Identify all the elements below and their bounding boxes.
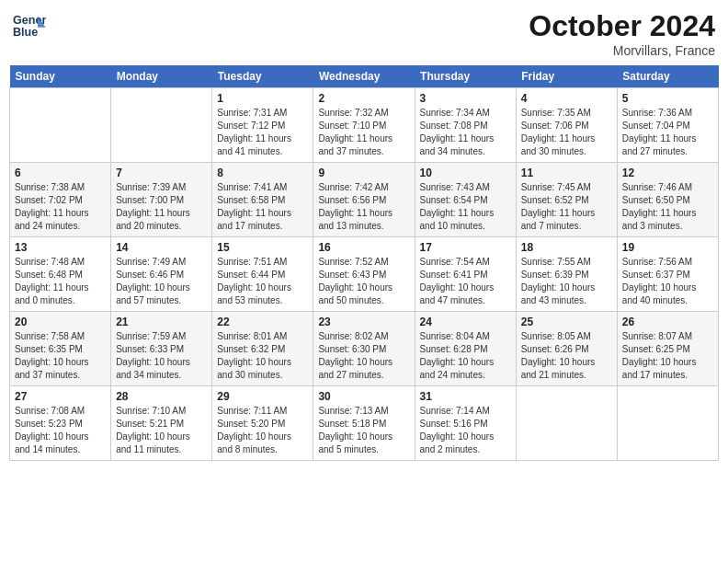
day-info: Sunrise: 7:36 AMSunset: 7:04 PMDaylight:… xyxy=(622,107,713,158)
calendar-cell xyxy=(111,88,212,163)
day-number: 12 xyxy=(622,167,713,179)
logo-icon: General Blue xyxy=(13,9,46,42)
page-header: General Blue October 2024 Morvillars, Fr… xyxy=(9,9,719,58)
day-number: 14 xyxy=(116,241,207,254)
calendar-cell: 16Sunrise: 7:52 AMSunset: 6:43 PMDayligh… xyxy=(313,237,415,312)
calendar-body: 1Sunrise: 7:31 AMSunset: 7:12 PMDaylight… xyxy=(10,88,719,461)
day-number: 29 xyxy=(217,390,308,403)
calendar-header: SundayMondayTuesdayWednesdayThursdayFrid… xyxy=(10,65,719,88)
day-number: 8 xyxy=(217,167,308,179)
calendar-cell: 19Sunrise: 7:56 AMSunset: 6:37 PMDayligh… xyxy=(617,237,718,312)
calendar-week-4: 20Sunrise: 7:58 AMSunset: 6:35 PMDayligh… xyxy=(10,312,719,386)
calendar-cell: 20Sunrise: 7:58 AMSunset: 6:35 PMDayligh… xyxy=(10,312,111,386)
day-number: 4 xyxy=(521,92,612,105)
day-number: 24 xyxy=(420,316,511,328)
day-info: Sunrise: 7:39 AMSunset: 7:00 PMDaylight:… xyxy=(116,181,207,233)
day-number: 28 xyxy=(116,390,207,403)
calendar-cell: 14Sunrise: 7:49 AMSunset: 6:46 PMDayligh… xyxy=(111,237,212,312)
weekday-header-wednesday: Wednesday xyxy=(313,65,415,88)
day-info: Sunrise: 7:11 AMSunset: 5:20 PMDaylight:… xyxy=(217,405,308,456)
day-number: 9 xyxy=(318,167,409,179)
weekday-header-saturday: Saturday xyxy=(617,65,718,88)
day-number: 17 xyxy=(420,241,511,254)
day-info: Sunrise: 7:45 AMSunset: 6:52 PMDaylight:… xyxy=(521,181,612,233)
day-number: 30 xyxy=(318,390,409,403)
calendar-cell: 12Sunrise: 7:46 AMSunset: 6:50 PMDayligh… xyxy=(617,163,718,237)
day-number: 11 xyxy=(521,167,612,179)
day-info: Sunrise: 7:42 AMSunset: 6:56 PMDaylight:… xyxy=(318,181,409,233)
day-number: 18 xyxy=(521,241,612,254)
day-info: Sunrise: 7:55 AMSunset: 6:39 PMDaylight:… xyxy=(521,256,612,307)
day-number: 19 xyxy=(622,241,713,254)
calendar-cell: 7Sunrise: 7:39 AMSunset: 7:00 PMDaylight… xyxy=(111,163,212,237)
calendar-cell: 22Sunrise: 8:01 AMSunset: 6:32 PMDayligh… xyxy=(212,312,313,386)
calendar-cell: 1Sunrise: 7:31 AMSunset: 7:12 PMDaylight… xyxy=(212,88,313,163)
calendar-cell: 25Sunrise: 8:05 AMSunset: 6:26 PMDayligh… xyxy=(516,312,617,386)
day-number: 21 xyxy=(116,316,207,328)
day-info: Sunrise: 7:52 AMSunset: 6:43 PMDaylight:… xyxy=(318,256,409,307)
day-info: Sunrise: 7:10 AMSunset: 5:21 PMDaylight:… xyxy=(116,405,207,456)
day-number: 27 xyxy=(15,390,106,403)
calendar-cell: 31Sunrise: 7:14 AMSunset: 5:16 PMDayligh… xyxy=(415,386,516,461)
day-info: Sunrise: 7:58 AMSunset: 6:35 PMDaylight:… xyxy=(15,330,106,382)
day-number: 23 xyxy=(318,316,409,328)
day-info: Sunrise: 8:07 AMSunset: 6:25 PMDaylight:… xyxy=(622,330,713,382)
day-info: Sunrise: 7:51 AMSunset: 6:44 PMDaylight:… xyxy=(217,256,308,307)
day-number: 25 xyxy=(521,316,612,328)
day-info: Sunrise: 7:49 AMSunset: 6:46 PMDaylight:… xyxy=(116,256,207,307)
calendar-cell: 2Sunrise: 7:32 AMSunset: 7:10 PMDaylight… xyxy=(313,88,415,163)
calendar-week-2: 6Sunrise: 7:38 AMSunset: 7:02 PMDaylight… xyxy=(10,163,719,237)
calendar-cell: 30Sunrise: 7:13 AMSunset: 5:18 PMDayligh… xyxy=(313,386,415,461)
day-info: Sunrise: 7:43 AMSunset: 6:54 PMDaylight:… xyxy=(420,181,511,233)
weekday-header-friday: Friday xyxy=(516,65,617,88)
calendar-cell: 26Sunrise: 8:07 AMSunset: 6:25 PMDayligh… xyxy=(617,312,718,386)
day-number: 3 xyxy=(420,92,511,105)
calendar-cell: 8Sunrise: 7:41 AMSunset: 6:58 PMDaylight… xyxy=(212,163,313,237)
calendar-cell: 18Sunrise: 7:55 AMSunset: 6:39 PMDayligh… xyxy=(516,237,617,312)
day-info: Sunrise: 7:08 AMSunset: 5:23 PMDaylight:… xyxy=(15,405,106,456)
day-info: Sunrise: 7:32 AMSunset: 7:10 PMDaylight:… xyxy=(318,107,409,158)
calendar-week-5: 27Sunrise: 7:08 AMSunset: 5:23 PMDayligh… xyxy=(10,386,719,461)
day-info: Sunrise: 7:13 AMSunset: 5:18 PMDaylight:… xyxy=(318,405,409,456)
calendar-cell: 21Sunrise: 7:59 AMSunset: 6:33 PMDayligh… xyxy=(111,312,212,386)
svg-text:Blue: Blue xyxy=(13,26,38,39)
calendar-cell: 9Sunrise: 7:42 AMSunset: 6:56 PMDaylight… xyxy=(313,163,415,237)
day-number: 31 xyxy=(420,390,511,403)
location: Morvillars, France xyxy=(529,43,715,58)
day-number: 22 xyxy=(217,316,308,328)
day-info: Sunrise: 8:05 AMSunset: 6:26 PMDaylight:… xyxy=(521,330,612,382)
calendar-cell: 23Sunrise: 8:02 AMSunset: 6:30 PMDayligh… xyxy=(313,312,415,386)
calendar-cell: 15Sunrise: 7:51 AMSunset: 6:44 PMDayligh… xyxy=(212,237,313,312)
day-info: Sunrise: 8:04 AMSunset: 6:28 PMDaylight:… xyxy=(420,330,511,382)
calendar-table: SundayMondayTuesdayWednesdayThursdayFrid… xyxy=(9,65,719,461)
calendar-cell xyxy=(10,88,111,163)
calendar-cell: 17Sunrise: 7:54 AMSunset: 6:41 PMDayligh… xyxy=(415,237,516,312)
calendar-cell: 28Sunrise: 7:10 AMSunset: 5:21 PMDayligh… xyxy=(111,386,212,461)
calendar-cell: 3Sunrise: 7:34 AMSunset: 7:08 PMDaylight… xyxy=(415,88,516,163)
calendar-cell: 29Sunrise: 7:11 AMSunset: 5:20 PMDayligh… xyxy=(212,386,313,461)
day-number: 16 xyxy=(318,241,409,254)
calendar-cell: 24Sunrise: 8:04 AMSunset: 6:28 PMDayligh… xyxy=(415,312,516,386)
day-info: Sunrise: 7:54 AMSunset: 6:41 PMDaylight:… xyxy=(420,256,511,307)
logo: General Blue xyxy=(13,9,46,42)
calendar-cell: 4Sunrise: 7:35 AMSunset: 7:06 PMDaylight… xyxy=(516,88,617,163)
day-info: Sunrise: 7:48 AMSunset: 6:48 PMDaylight:… xyxy=(15,256,106,307)
day-number: 15 xyxy=(217,241,308,254)
calendar-week-3: 13Sunrise: 7:48 AMSunset: 6:48 PMDayligh… xyxy=(10,237,719,312)
calendar-cell xyxy=(617,386,718,461)
day-info: Sunrise: 7:34 AMSunset: 7:08 PMDaylight:… xyxy=(420,107,511,158)
weekday-header-monday: Monday xyxy=(111,65,212,88)
day-number: 6 xyxy=(15,167,106,179)
calendar-cell: 10Sunrise: 7:43 AMSunset: 6:54 PMDayligh… xyxy=(415,163,516,237)
title-area: October 2024 Morvillars, France xyxy=(529,9,715,58)
day-number: 10 xyxy=(420,167,511,179)
day-info: Sunrise: 7:14 AMSunset: 5:16 PMDaylight:… xyxy=(420,405,511,456)
day-info: Sunrise: 7:56 AMSunset: 6:37 PMDaylight:… xyxy=(622,256,713,307)
weekday-header-thursday: Thursday xyxy=(415,65,516,88)
day-number: 7 xyxy=(116,167,207,179)
day-number: 2 xyxy=(318,92,409,105)
day-number: 26 xyxy=(622,316,713,328)
weekday-header-tuesday: Tuesday xyxy=(212,65,313,88)
calendar-cell: 5Sunrise: 7:36 AMSunset: 7:04 PMDaylight… xyxy=(617,88,718,163)
day-info: Sunrise: 8:01 AMSunset: 6:32 PMDaylight:… xyxy=(217,330,308,382)
